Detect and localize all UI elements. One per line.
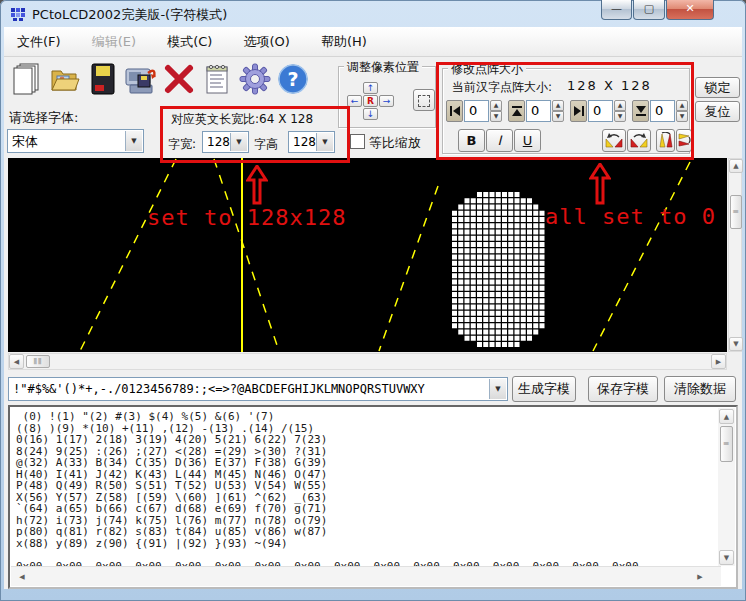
save-as-button[interactable] bbox=[122, 58, 160, 100]
scroll-left-icon[interactable]: ◀ bbox=[15, 570, 29, 584]
delete-button[interactable] bbox=[160, 58, 198, 100]
char-height-label: 字高 bbox=[254, 136, 278, 153]
annotation-text-left: set to 128x128 bbox=[147, 205, 346, 230]
output-textarea[interactable]: (0) !(1) "(2) #(3) $(4) %(5) &(6) '(7) (… bbox=[8, 405, 738, 589]
menu-options[interactable]: 选项(O) bbox=[231, 27, 303, 56]
menu-help[interactable]: 帮助(H) bbox=[308, 27, 380, 56]
scroll-right-icon[interactable]: ▶ bbox=[711, 354, 726, 369]
notes-button[interactable] bbox=[198, 58, 236, 100]
window-title: PCtoLCD2002完美版-(字符模式) bbox=[32, 6, 227, 24]
generate-font-button[interactable]: 生成字模 bbox=[512, 376, 576, 402]
menu-mode[interactable]: 模式(C) bbox=[154, 27, 225, 56]
scroll-up-icon[interactable]: ▲ bbox=[719, 409, 734, 424]
bottom-edge-input[interactable]: 0 bbox=[650, 100, 675, 122]
reset-button[interactable]: 复位 bbox=[695, 101, 740, 122]
output-vertical-scrollbar[interactable]: ▲ ≡ ▼ bbox=[718, 408, 735, 566]
rotate-left-button[interactable] bbox=[602, 129, 626, 152]
right-edge-button[interactable] bbox=[570, 100, 587, 122]
scroll-down-icon[interactable]: ▼ bbox=[729, 337, 743, 351]
spinner-up-icon[interactable]: ▲ bbox=[676, 100, 688, 111]
char-width-label: 字宽: bbox=[168, 136, 196, 153]
spinner-up-icon[interactable]: ▲ bbox=[490, 100, 502, 111]
spinner-down-icon[interactable]: ▼ bbox=[676, 111, 688, 122]
scroll-left-icon[interactable]: ◀ bbox=[9, 354, 24, 369]
maximize-button[interactable]: ▢ bbox=[633, 0, 665, 20]
canvas-vertical-scrollbar[interactable]: ▲ ≡ ▼ bbox=[728, 158, 742, 352]
top-edge-button[interactable] bbox=[508, 100, 525, 122]
canvas-horizontal-scrollbar[interactable]: ◀ ⦀⦀ ▶ bbox=[8, 353, 727, 370]
minimize-button[interactable]: — bbox=[601, 0, 632, 20]
chevron-down-icon[interactable]: ▼ bbox=[125, 131, 142, 151]
move-left-button[interactable]: ← bbox=[347, 95, 362, 107]
glyph-canvas[interactable] bbox=[8, 158, 727, 352]
lock-button[interactable]: 锁定 bbox=[695, 77, 740, 98]
save-font-button[interactable]: 保存字模 bbox=[588, 376, 658, 402]
chevron-down-icon[interactable]: ▼ bbox=[230, 133, 247, 151]
settings-button[interactable] bbox=[236, 58, 274, 100]
output-horizontal-scrollbar[interactable]: ◀ ▶ bbox=[11, 566, 721, 586]
menu-bar: 文件(F) 编辑(E) 模式(C) 选项(O) 帮助(H) bbox=[4, 27, 742, 57]
flip-horizontal-button[interactable] bbox=[676, 129, 692, 152]
save-as-icon bbox=[124, 63, 158, 95]
scroll-down-icon[interactable]: ▼ bbox=[719, 550, 734, 565]
scroll-right-icon[interactable]: ▶ bbox=[693, 570, 707, 584]
save-button[interactable] bbox=[84, 58, 122, 100]
new-file-button[interactable] bbox=[8, 58, 46, 100]
move-up-button[interactable]: ↑ bbox=[363, 82, 378, 94]
ratio-label: 对应英文长宽比:64 X 128 bbox=[171, 111, 313, 128]
current-matrix-label: 当前汉字点阵大小: bbox=[452, 79, 552, 96]
canvas-vscroll-thumb[interactable]: ≡ bbox=[730, 195, 742, 229]
flip-vertical-icon bbox=[659, 132, 673, 148]
move-right-button[interactable]: → bbox=[379, 95, 394, 107]
charset-combobox[interactable]: !"#$%&'()*+,-./0123456789:;<=>?@ABCDEFGH… bbox=[8, 377, 508, 401]
char-width-combobox[interactable]: 128 ▼ bbox=[202, 131, 249, 153]
right-edge-spinner[interactable]: ▲▼ bbox=[614, 100, 626, 122]
top-edge-spinner[interactable]: ▲▼ bbox=[552, 100, 564, 122]
canvas-hscroll-thumb[interactable]: ⦀⦀ bbox=[26, 355, 50, 368]
font-select-combobox[interactable]: 宋体 ▼ bbox=[7, 129, 144, 153]
chevron-down-icon[interactable]: ▼ bbox=[489, 379, 506, 399]
spinner-down-icon[interactable]: ▼ bbox=[490, 111, 502, 122]
reset-position-button[interactable]: R bbox=[363, 95, 378, 107]
bottom-edge-spinner[interactable]: ▲▼ bbox=[676, 100, 688, 122]
delete-icon bbox=[163, 63, 195, 95]
italic-button[interactable]: I bbox=[486, 129, 513, 152]
char-height-combobox[interactable]: 128 ▼ bbox=[288, 131, 335, 153]
spinner-up-icon[interactable]: ▲ bbox=[614, 100, 626, 111]
help-button[interactable]: ? bbox=[274, 58, 312, 100]
spinner-down-icon[interactable]: ▼ bbox=[614, 111, 626, 122]
underline-button[interactable]: U bbox=[514, 129, 541, 152]
left-edge-spinner[interactable]: ▲▼ bbox=[490, 100, 502, 122]
menu-file[interactable]: 文件(F) bbox=[4, 27, 74, 56]
flip-vertical-button[interactable] bbox=[656, 129, 675, 152]
right-edge-input[interactable]: 0 bbox=[588, 100, 613, 122]
spinner-down-icon[interactable]: ▼ bbox=[552, 111, 564, 122]
proportional-scale-checkbox[interactable] bbox=[350, 134, 365, 149]
spinner-up-icon[interactable]: ▲ bbox=[552, 100, 564, 111]
center-glyph-button[interactable] bbox=[413, 89, 435, 111]
chevron-down-icon[interactable]: ▼ bbox=[316, 133, 333, 151]
notes-icon bbox=[204, 63, 230, 95]
top-edge-input[interactable]: 0 bbox=[526, 100, 551, 122]
bold-button[interactable]: B bbox=[458, 129, 485, 152]
annotation-text-right: all set to 0 bbox=[545, 204, 716, 229]
bottom-edge-button[interactable] bbox=[632, 100, 649, 122]
scroll-up-icon[interactable]: ▲ bbox=[729, 159, 743, 173]
open-file-button[interactable] bbox=[46, 58, 84, 100]
title-bar: PCtoLCD2002完美版-(字符模式) — ▢ ✕ bbox=[0, 0, 746, 27]
clear-data-button[interactable]: 清除数据 bbox=[664, 376, 736, 402]
move-down-button[interactable]: ↓ bbox=[363, 108, 378, 120]
output-vscroll-thumb[interactable]: ≡ bbox=[720, 426, 733, 462]
rotate-right-button[interactable] bbox=[627, 129, 651, 152]
font-select-value: 宋体 bbox=[12, 133, 38, 151]
left-edge-button[interactable] bbox=[446, 100, 463, 122]
client-area: 文件(F) 编辑(E) 模式(C) 选项(O) 帮助(H) bbox=[4, 27, 742, 589]
left-edge-input[interactable]: 0 bbox=[464, 100, 489, 122]
close-button[interactable]: ✕ bbox=[666, 0, 714, 20]
right-edge-icon bbox=[573, 105, 585, 117]
minimize-icon: — bbox=[611, 2, 622, 15]
annotation-arrow-up-left bbox=[246, 165, 268, 205]
arrow-down-icon: ↓ bbox=[367, 109, 375, 119]
rotate-left-icon bbox=[605, 132, 623, 148]
close-icon: ✕ bbox=[685, 2, 694, 15]
